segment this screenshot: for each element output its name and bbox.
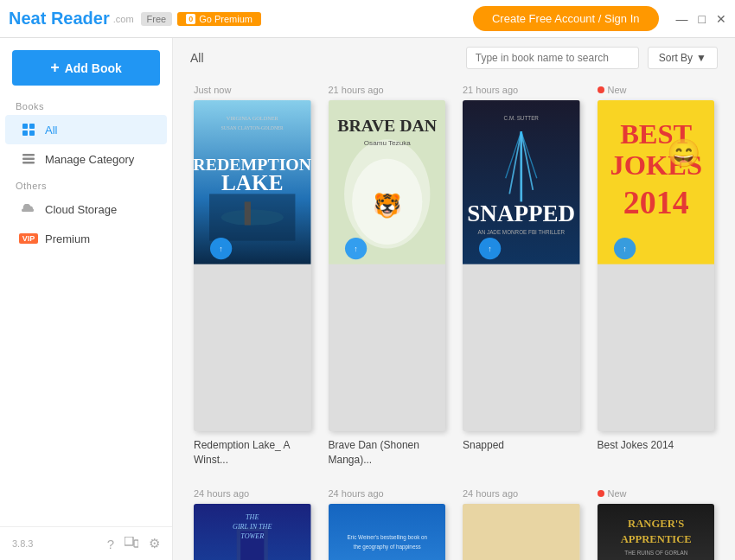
book-item[interactable]: 21 hours ago C.M. SUTTER SNAPPED AN JADE… xyxy=(454,78,589,481)
timestamp-text: 24 hours ago xyxy=(194,488,249,499)
sidebar-item-premium[interactable]: VIP Premium xyxy=(5,224,167,253)
content-header: All Sort By ▼ xyxy=(173,38,735,78)
svg-text:↑: ↑ xyxy=(488,245,492,253)
svg-rect-7 xyxy=(125,537,133,545)
book-timestamp: New xyxy=(598,85,715,95)
others-section-label: Others xyxy=(0,174,172,194)
timestamp-text: 24 hours ago xyxy=(329,488,384,499)
restore-button[interactable]: □ xyxy=(699,13,706,25)
svg-point-13 xyxy=(221,209,284,225)
settings-icon[interactable]: ⚙ xyxy=(149,536,160,551)
cloud-storage-icon xyxy=(21,201,36,217)
timestamp-text: New xyxy=(608,85,627,95)
premium-label: Premium xyxy=(45,232,90,245)
book-cover: RANGER'S APPRENTICE THE RUINS OF GORLAN … xyxy=(598,504,715,560)
badge-free: Free xyxy=(141,12,173,26)
sidebar-item-cloud-storage[interactable]: Cloud Storage xyxy=(5,194,167,224)
svg-text:RANGER'S: RANGER'S xyxy=(628,518,684,530)
svg-text:↑: ↑ xyxy=(219,245,223,253)
svg-text:↑: ↑ xyxy=(623,245,627,253)
section-title: All xyxy=(190,51,457,65)
svg-text:VIRGINIA GOLDNER: VIRGINIA GOLDNER xyxy=(227,115,279,121)
book-timestamp: 21 hours ago xyxy=(329,85,446,95)
svg-text:AN JADE MONROE FBI THRILLER: AN JADE MONROE FBI THRILLER xyxy=(477,229,565,235)
book-cover: VIRGINIA GOLDNER SUSAN CLAYTON-GOLDNER R… xyxy=(194,100,311,431)
all-icon xyxy=(21,122,36,137)
minimize-button[interactable]: — xyxy=(676,13,688,25)
vip-count: 0 xyxy=(186,14,195,24)
svg-rect-5 xyxy=(22,158,35,161)
book-cover: C.M. SUTTER SNAPPED AN JADE MONROE FBI T… xyxy=(463,100,580,431)
book-item[interactable]: 24 hours ago Eric Weiner's bestselling b… xyxy=(320,481,455,560)
book-item[interactable]: 24 hours ago This Side of Paradise nodrm… xyxy=(454,481,589,560)
svg-text:C.M. SUTTER: C.M. SUTTER xyxy=(504,115,540,121)
svg-text:Eric Weiner's bestselling book: Eric Weiner's bestselling book on xyxy=(347,534,427,541)
book-item[interactable]: New BEST JOKES 2014 😄 ↑ Best Jokes 2014 xyxy=(589,78,724,481)
sort-chevron-icon: ▼ xyxy=(696,52,706,64)
svg-text:THE: THE xyxy=(246,513,259,521)
book-timestamp: 24 hours ago xyxy=(194,488,311,499)
close-button[interactable]: ✕ xyxy=(716,13,726,25)
svg-rect-2 xyxy=(22,130,28,136)
manage-category-icon xyxy=(21,151,36,167)
book-title: Brave Dan (Shonen Manga)... xyxy=(329,438,446,468)
book-item[interactable]: New RANGER'S APPRENTICE THE RUINS OF GOR… xyxy=(589,481,724,560)
add-book-label: Add Book xyxy=(65,61,122,75)
svg-text:Osamu Tezuka: Osamu Tezuka xyxy=(363,139,410,147)
svg-rect-1 xyxy=(29,124,35,129)
help-icon[interactable]: ? xyxy=(107,537,114,551)
add-book-button[interactable]: + Add Book xyxy=(12,50,160,86)
content-area: All Sort By ▼ Just now VIRGINIA GOLDNER … xyxy=(173,38,735,560)
svg-rect-0 xyxy=(22,124,28,129)
book-item[interactable]: Just now VIRGINIA GOLDNER SUSAN CLAYTON-… xyxy=(185,78,320,481)
book-title: Best Jokes 2014 xyxy=(598,438,715,453)
svg-text:LAKE: LAKE xyxy=(221,170,284,194)
sidebar-item-all[interactable]: All xyxy=(5,115,167,144)
sort-by-label: Sort By xyxy=(659,52,693,64)
title-bar: Neat Reader .com Free 0 Go Premium Creat… xyxy=(0,0,735,38)
svg-text:BRAVE DAN: BRAVE DAN xyxy=(337,116,438,135)
svg-rect-63 xyxy=(463,504,579,560)
all-label: All xyxy=(45,124,57,137)
sort-by-button[interactable]: Sort By ▼ xyxy=(648,47,718,69)
book-timestamp: 24 hours ago xyxy=(329,488,446,499)
svg-rect-3 xyxy=(29,130,35,136)
books-section-label: Books xyxy=(0,94,172,115)
go-premium-button[interactable]: 0 Go Premium xyxy=(177,12,261,26)
cloud-storage-label: Cloud Storage xyxy=(45,203,117,216)
svg-text:2014: 2014 xyxy=(623,184,688,220)
devices-icon[interactable] xyxy=(125,537,138,551)
book-item[interactable]: 24 hours ago THE GIRL IN THE TOWER KATHE… xyxy=(185,481,320,560)
timestamp-text: 21 hours ago xyxy=(329,85,384,95)
timestamp-text: 24 hours ago xyxy=(463,488,518,499)
svg-text:GIRL IN THE: GIRL IN THE xyxy=(233,523,272,531)
svg-text:the geography of happiness: the geography of happiness xyxy=(353,544,420,550)
timestamp-text: New xyxy=(608,488,627,499)
svg-text:TOWER: TOWER xyxy=(240,532,264,540)
main-layout: + Add Book Books All xyxy=(0,38,735,560)
svg-rect-8 xyxy=(134,540,138,547)
book-timestamp: Just now xyxy=(194,85,311,95)
svg-rect-14 xyxy=(245,201,251,225)
svg-rect-55 xyxy=(329,504,445,560)
sidebar-item-manage-category[interactable]: Manage Category xyxy=(5,144,167,174)
new-dot-icon xyxy=(598,490,604,497)
book-cover: Eric Weiner's bestselling book on the ge… xyxy=(329,504,446,560)
go-premium-label: Go Premium xyxy=(199,14,252,24)
book-cover: BEST JOKES 2014 😄 ↑ xyxy=(598,100,715,431)
svg-text:APPRENTICE: APPRENTICE xyxy=(620,533,691,545)
book-timestamp: 24 hours ago xyxy=(463,488,580,499)
svg-rect-6 xyxy=(22,162,35,164)
search-input[interactable] xyxy=(466,47,639,69)
timestamp-text: 21 hours ago xyxy=(463,85,518,95)
svg-text:😄: 😄 xyxy=(666,137,700,169)
book-title: Redemption Lake_ A Winst... xyxy=(194,438,311,468)
book-grid: Just now VIRGINIA GOLDNER SUSAN CLAYTON-… xyxy=(173,78,735,560)
app-name-com: .com xyxy=(113,14,134,24)
create-account-button[interactable]: Create Free Account / Sign In xyxy=(473,6,659,31)
book-item[interactable]: 21 hours ago BRAVE DAN Osamu Tezuka 🐯 ↑ … xyxy=(320,78,455,481)
plus-icon: + xyxy=(50,59,60,77)
book-cover: BRAVE DAN Osamu Tezuka 🐯 ↑ xyxy=(329,100,446,431)
manage-category-label: Manage Category xyxy=(45,153,134,166)
svg-text:THE RUINS OF GORLAN: THE RUINS OF GORLAN xyxy=(624,550,687,556)
